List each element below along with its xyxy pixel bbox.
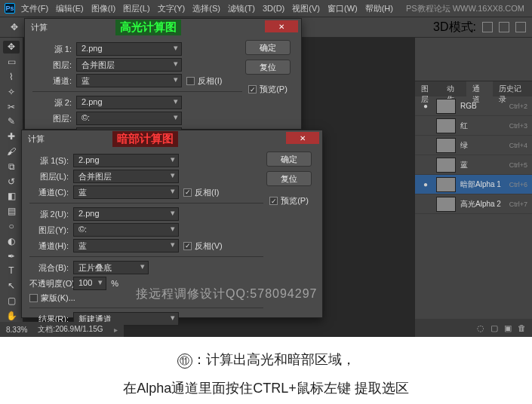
channel-row[interactable]: 蓝Ctrl+5 (415, 155, 532, 175)
preview-checkbox[interactable]: ✓ (269, 197, 278, 205)
hand-tool[interactable]: ✋ (3, 309, 20, 322)
preview-checkbox[interactable]: ✓ (248, 85, 257, 93)
dialog-title: 计算 (31, 22, 48, 33)
lasso-tool[interactable]: ⌇ (3, 71, 20, 84)
close-button[interactable]: ✕ (265, 20, 298, 32)
channel1-dropdown[interactable]: 蓝 (76, 74, 182, 87)
ok-button[interactable]: 确定 (266, 152, 312, 167)
channel1-label: 通道(C): (29, 187, 69, 198)
reset-button[interactable]: 复位 (266, 171, 312, 186)
blend-dropdown[interactable]: 正片叠底 (73, 261, 149, 274)
gradient-tool[interactable]: ▤ (3, 205, 20, 218)
opacity-input[interactable]: 100 (73, 277, 106, 290)
ok-button[interactable]: 确定 (245, 40, 291, 55)
layer2-dropdown[interactable]: ©: (76, 112, 182, 125)
step-number: ⑪ (177, 354, 192, 369)
eraser-tool[interactable]: ◧ (3, 190, 20, 203)
menu-image[interactable]: 图像(I) (91, 3, 115, 14)
layer1-dropdown[interactable]: 合并图层 (73, 170, 179, 183)
move-tool[interactable]: ✥ (3, 41, 20, 54)
wand-tool[interactable]: ✧ (3, 85, 20, 98)
menu-view[interactable]: 视图(V) (292, 3, 320, 14)
mode-icon-3[interactable] (515, 22, 526, 32)
selection-icon[interactable]: ◌ (477, 323, 484, 333)
tab-history[interactable]: 历史记录 (493, 81, 532, 96)
source2-dropdown[interactable]: 2.png (73, 207, 179, 221)
channel-thumb (436, 197, 456, 212)
source1-dropdown[interactable]: 2.png (76, 42, 182, 56)
brush-tool[interactable]: 🖌 (3, 145, 20, 158)
menu-file[interactable]: 文件(F) (21, 3, 48, 14)
tab-actions[interactable]: 动作 (441, 81, 466, 96)
channel2-dropdown[interactable]: 蓝 (73, 239, 179, 252)
visibility-icon[interactable]: ● (420, 102, 432, 110)
invert1-checkbox[interactable] (186, 77, 195, 85)
new-channel-icon[interactable]: ▣ (504, 323, 512, 333)
history-brush-tool[interactable]: ↺ (3, 175, 20, 188)
channel-name: 红 (460, 121, 509, 131)
shape-tool[interactable]: ▢ (3, 295, 20, 308)
channel-row[interactable]: 红Ctrl+3 (415, 116, 532, 136)
center-watermark: 接远程调修设计QQ:578094297 (136, 286, 317, 302)
tab-layers[interactable]: 图层 (415, 81, 441, 96)
delete-icon[interactable]: 🗑 (518, 323, 526, 332)
channel-row[interactable]: 高光Alpha 2Ctrl+7 (415, 194, 532, 214)
visibility-icon[interactable]: ● (420, 180, 432, 188)
reset-button[interactable]: 复位 (245, 60, 291, 75)
channel-name: 高光Alpha 2 (460, 199, 509, 210)
close-button[interactable]: ✕ (286, 132, 319, 144)
channel-name: 暗部Alpha 1 (460, 179, 509, 190)
menu-window[interactable]: 窗口(W) (328, 3, 358, 14)
menu-filter[interactable]: 滤镜(T) (228, 3, 255, 14)
channel-thumb (436, 99, 456, 114)
heal-tool[interactable]: ✚ (3, 130, 20, 143)
stamp-tool[interactable]: ⧉ (3, 160, 20, 173)
source1-dropdown[interactable]: 2.png (73, 154, 179, 167)
channel-name: 蓝 (460, 160, 509, 170)
crop-tool[interactable]: ✂ (3, 100, 20, 113)
menu-type[interactable]: 文字(Y) (158, 3, 186, 14)
menu-edit[interactable]: 编辑(E) (56, 3, 84, 14)
menu-layer[interactable]: 图层(L) (123, 3, 149, 14)
pen-tool[interactable]: ✒ (3, 249, 20, 262)
dodge-tool[interactable]: ◐ (3, 234, 20, 247)
tab-channels[interactable]: 通道 (466, 81, 492, 96)
channel-row[interactable]: ●暗部Alpha 1Ctrl+6 (415, 175, 532, 194)
highlight-badge: 高光计算图 (115, 20, 181, 35)
mask-icon[interactable]: ▢ (490, 323, 498, 333)
toolbox: ✥ ▭ ⌇ ✧ ✂ ✎ ✚ 🖌 ⧉ ↺ ◧ ▤ ○ ◐ ✒ T ↖ ▢ ✋ 🔍 (0, 38, 23, 337)
layer1-dropdown[interactable]: 合并图层 (76, 58, 182, 72)
menu-3d[interactable]: 3D(D) (263, 4, 284, 13)
menu-help[interactable]: 帮助(H) (365, 3, 393, 14)
channel-shortcut: Ctrl+5 (509, 161, 527, 169)
channel-shortcut: Ctrl+7 (509, 200, 527, 208)
type-tool[interactable]: T (3, 265, 20, 277)
source1-label: 源 1(S): (29, 155, 69, 167)
channel1-label: 通道: (32, 75, 72, 87)
move-tool-icon[interactable]: ✥ (6, 20, 23, 35)
mask-checkbox[interactable] (29, 294, 38, 302)
eyedropper-tool[interactable]: ✎ (3, 115, 20, 128)
source2-label: 源 2: (32, 97, 72, 109)
status-bar: 8.33% 文档:206.9M/1.15G ▸ (0, 322, 124, 337)
layer2-dropdown[interactable]: ©: (73, 223, 179, 237)
blur-tool[interactable]: ○ (3, 220, 20, 233)
channel-row[interactable]: 绿Ctrl+4 (415, 136, 532, 155)
marquee-tool[interactable]: ▭ (3, 56, 20, 69)
channel-name: 绿 (460, 140, 509, 151)
photoshop-window: Ps 文件(F) 编辑(E) 图像(I) 图层(L) 文字(Y) 选择(S) 滤… (0, 0, 532, 337)
ps-logo-icon: Ps (5, 3, 15, 14)
mode-icon-1[interactable] (482, 22, 493, 32)
zoom-level[interactable]: 8.33% (6, 326, 27, 334)
invert1-checkbox[interactable]: ✓ (183, 188, 192, 197)
source-watermark: PS教程论坛 WWW.16XX8.COM (406, 3, 524, 14)
path-tool[interactable]: ↖ (3, 280, 20, 292)
menu-select[interactable]: 选择(S) (192, 3, 220, 14)
channel1-dropdown[interactable]: 蓝 (73, 185, 179, 199)
channel-thumb (436, 177, 456, 192)
source2-dropdown[interactable]: 2.png (76, 96, 182, 109)
source1-label: 源 1: (32, 44, 72, 55)
invert2-checkbox[interactable]: ✓ (183, 242, 192, 250)
channel-shortcut: Ctrl+2 (509, 103, 527, 110)
mode-icon-2[interactable] (499, 22, 509, 32)
